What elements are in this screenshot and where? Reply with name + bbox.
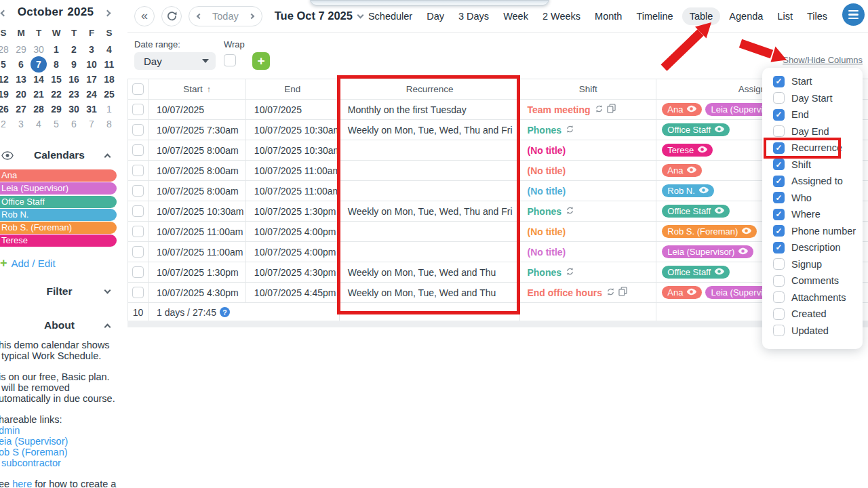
mini-cal-day[interactable]: 23 — [65, 87, 83, 102]
mini-cal-day[interactable]: 30 — [65, 102, 83, 117]
next-day-icon[interactable] — [248, 13, 254, 18]
mini-cal-day[interactable]: 11 — [100, 57, 118, 72]
filter-section-header[interactable]: Filter — [0, 285, 127, 298]
here-link[interactable]: here — [12, 479, 32, 488]
unchecked-checkbox[interactable] — [773, 92, 785, 104]
mini-cal-day[interactable]: 25 — [100, 87, 118, 102]
mini-cal-day[interactable]: 7 — [83, 117, 100, 131]
tab-tiles[interactable]: Tiles — [802, 7, 833, 25]
mini-cal-day[interactable]: 13 — [12, 72, 30, 87]
checked-checkbox[interactable]: ✓ — [773, 176, 785, 187]
tab-timeline[interactable]: Timeline — [631, 7, 678, 25]
row-checkbox[interactable] — [132, 144, 144, 156]
tab-scheduler[interactable]: Scheduler — [363, 7, 418, 25]
unchecked-checkbox[interactable] — [773, 308, 785, 320]
tab-day[interactable]: Day — [421, 7, 450, 25]
assigned-badge[interactable]: Office Staff — [662, 123, 730, 136]
mini-cal-day[interactable]: 8 — [100, 117, 118, 131]
mini-cal-day[interactable]: 28 — [0, 42, 12, 57]
mini-cal-day[interactable]: 28 — [30, 102, 47, 117]
checked-checkbox[interactable]: ✓ — [773, 109, 785, 121]
mini-cal-day[interactable]: 24 — [83, 87, 100, 102]
assigned-badge[interactable]: Ana — [662, 103, 702, 116]
show-hide-columns-link[interactable]: Show/Hide Columns — [783, 55, 863, 65]
tab-list[interactable]: List — [772, 7, 798, 25]
mini-cal-day[interactable]: 27 — [12, 102, 30, 117]
mini-cal-day[interactable]: 19 — [0, 87, 12, 102]
assigned-badge[interactable]: Rob N. — [662, 184, 713, 197]
checked-checkbox[interactable]: ✓ — [773, 225, 785, 237]
column-menu-item-day-end[interactable]: Day End — [762, 123, 863, 140]
assigned-badge[interactable]: Leia (Supervisor) — [662, 245, 753, 258]
mini-cal-day[interactable]: 3 — [83, 42, 100, 57]
column-menu-item-phone-number[interactable]: ✓Phone number — [762, 223, 863, 240]
checked-checkbox[interactable]: ✓ — [773, 192, 785, 203]
date-range-select[interactable]: Day — [134, 52, 216, 70]
mini-cal-day[interactable]: 5 — [47, 117, 65, 131]
share-link[interactable]: subcontractor — [0, 458, 61, 468]
collapse-calendars-icon[interactable] — [104, 153, 111, 160]
tab-week[interactable]: Week — [498, 7, 534, 25]
calendar-item-terese[interactable]: Terese — [0, 235, 117, 247]
unchecked-checkbox[interactable] — [773, 275, 785, 287]
mini-cal-day[interactable]: 29 — [47, 102, 65, 117]
jump-back-button[interactable]: « — [134, 6, 155, 26]
column-menu-item-where[interactable]: ✓Where — [762, 206, 863, 223]
mini-cal-day[interactable]: 1 — [100, 102, 118, 117]
mini-cal-day[interactable]: 4 — [100, 42, 118, 57]
event-title[interactable]: End office hours — [527, 287, 601, 298]
refresh-button[interactable] — [161, 6, 182, 26]
calendar-item-rob-s-foreman-[interactable]: Rob S. (Foreman) — [0, 222, 117, 234]
column-menu-item-attachments[interactable]: Attachments — [762, 289, 863, 306]
event-title[interactable]: (No title) — [527, 145, 566, 156]
prev-month-icon[interactable] — [1, 6, 6, 18]
column-menu-item-comments[interactable]: Comments — [762, 272, 863, 289]
share-link[interactable]: dmin — [0, 425, 20, 436]
mini-cal-day[interactable]: 20 — [12, 87, 30, 102]
mini-cal-day[interactable]: 3 — [12, 117, 30, 131]
mini-cal-day[interactable]: 5 — [0, 57, 12, 72]
tab-month[interactable]: Month — [589, 7, 627, 25]
row-checkbox[interactable] — [132, 165, 144, 176]
checked-checkbox[interactable]: ✓ — [773, 242, 785, 253]
row-checkbox[interactable] — [132, 226, 144, 237]
row-checkbox[interactable] — [132, 104, 144, 115]
column-header-end[interactable]: End — [246, 79, 340, 99]
column-menu-item-end[interactable]: ✓End — [762, 106, 863, 123]
row-checkbox[interactable] — [132, 287, 144, 298]
recurrence-icon[interactable] — [566, 205, 574, 218]
unchecked-checkbox[interactable] — [773, 125, 785, 137]
duplicate-icon[interactable] — [607, 104, 616, 116]
duplicate-icon[interactable] — [618, 287, 627, 299]
today-button[interactable]: Today — [212, 11, 239, 22]
column-menu-item-updated[interactable]: Updated — [762, 323, 863, 340]
recurrence-icon[interactable] — [606, 287, 615, 299]
event-title[interactable]: (No title) — [527, 247, 566, 258]
recurrence-icon[interactable] — [566, 124, 574, 136]
menu-button[interactable] — [842, 3, 865, 26]
mini-cal-day[interactable]: 29 — [12, 42, 30, 57]
mini-cal-day[interactable]: 4 — [30, 117, 47, 131]
mini-cal-day[interactable]: 17 — [83, 72, 100, 87]
assigned-badge[interactable]: Office Staff — [662, 266, 730, 279]
next-month-icon[interactable] — [105, 6, 110, 18]
column-header-recurrence[interactable]: Recurrence — [340, 79, 521, 99]
column-menu-item-day-start[interactable]: Day Start — [762, 90, 863, 107]
mini-cal-day[interactable]: 31 — [83, 102, 100, 117]
checked-checkbox[interactable]: ✓ — [773, 159, 785, 170]
mini-cal-day[interactable]: 10 — [83, 57, 100, 72]
add-edit-link[interactable]: Add / Edit — [12, 258, 56, 269]
row-checkbox[interactable] — [132, 124, 144, 136]
mini-cal-day[interactable]: 2 — [65, 42, 83, 57]
column-menu-item-created[interactable]: Created — [762, 306, 863, 323]
tab-agenda[interactable]: Agenda — [724, 7, 768, 25]
event-title[interactable]: (No title) — [527, 165, 566, 176]
unchecked-checkbox[interactable] — [773, 325, 785, 336]
event-title[interactable]: (No title) — [527, 186, 566, 197]
row-checkbox[interactable] — [132, 246, 144, 258]
column-menu-item-who[interactable]: ✓Who — [762, 190, 863, 207]
calendar-item-office-staff[interactable]: Office Staff — [0, 196, 117, 208]
calendars-section-header[interactable]: Calendars — [0, 149, 127, 161]
mini-cal-day[interactable]: 15 — [47, 72, 65, 87]
event-title[interactable]: Team meeting — [527, 104, 590, 115]
